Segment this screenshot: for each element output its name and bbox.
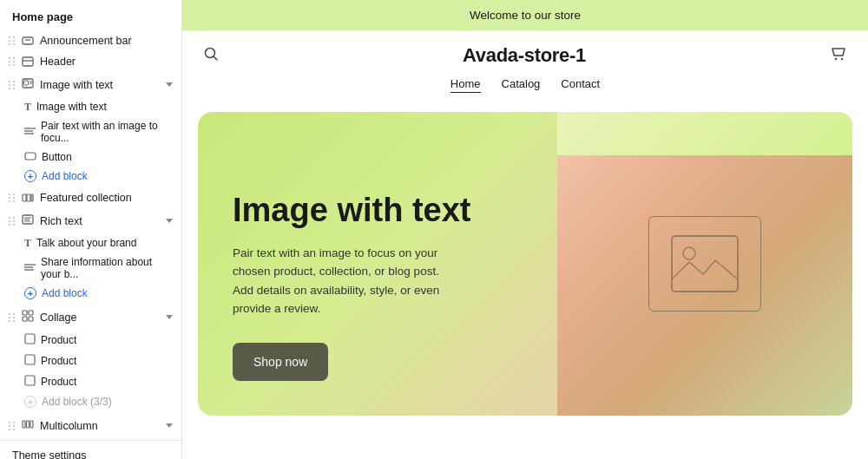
child-talk-brand[interactable]: T Talk about your brand	[0, 233, 181, 252]
drag-handle	[9, 81, 16, 89]
add-block-image-text[interactable]: + Add block	[0, 167, 181, 186]
group-rich-text-header[interactable]: Rich text	[0, 208, 181, 233]
child-product-3[interactable]: Product	[0, 371, 181, 392]
nav-home[interactable]: Home	[450, 77, 481, 93]
svg-rect-23	[29, 311, 33, 315]
svg-rect-31	[30, 421, 33, 428]
cart-icon[interactable]	[830, 45, 847, 67]
child-image-with-text[interactable]: T Image with text	[0, 97, 181, 116]
group-image-with-text: Image with text T Image with text Pair t…	[0, 72, 181, 186]
image-placeholder	[648, 216, 761, 311]
plus-circle-icon: +	[24, 170, 36, 182]
announcement-label: Announcement bar	[40, 35, 171, 47]
group-multicolumn-label: Multicolumn	[40, 420, 160, 432]
drag-handle	[9, 57, 16, 66]
theme-settings[interactable]: Theme settings	[0, 440, 181, 459]
sidebar: Home page Announcement bar Header Image …	[0, 0, 182, 459]
expand-icon	[166, 82, 173, 87]
search-icon[interactable]	[203, 46, 219, 65]
svg-point-34	[835, 57, 837, 59]
store-nav: Home Catalog Contact	[182, 74, 868, 103]
sidebar-title: Home page	[0, 0, 181, 30]
add-block-rich-text[interactable]: + Add block	[0, 284, 181, 303]
rich-text-icon	[22, 213, 34, 228]
featured-icon	[22, 192, 34, 204]
text-icon: T	[24, 102, 31, 112]
group-collage-label: Collage	[40, 311, 160, 324]
hero-description: Pair text with an image to focus on your…	[233, 244, 441, 318]
shop-now-button[interactable]: Shop now	[233, 343, 328, 381]
sidebar-item-announcement[interactable]: Announcement bar	[0, 30, 181, 51]
svg-rect-28	[25, 376, 35, 385]
child-image-with-text-label: Image with text	[36, 101, 107, 113]
corner-icon	[24, 375, 36, 389]
svg-point-37	[683, 247, 695, 259]
expand-icon	[166, 315, 173, 319]
drag-handle	[9, 313, 16, 322]
svg-rect-30	[27, 421, 30, 428]
group-multicolumn: Multicolumn	[0, 413, 181, 438]
child-product-1[interactable]: Product	[0, 330, 181, 351]
svg-line-33	[214, 57, 218, 61]
sidebar-item-header[interactable]: Header	[0, 51, 181, 72]
svg-rect-27	[25, 355, 35, 364]
child-button-label: Button	[42, 151, 72, 163]
expand-icon	[166, 219, 173, 223]
svg-rect-14	[31, 194, 33, 201]
hero-section: Image with text Pair text with an image …	[198, 112, 852, 416]
lines-icon	[24, 126, 36, 138]
store-frame: Welcome to our store Avada-store-1 Home …	[182, 0, 868, 459]
child-product-2[interactable]: Product	[0, 351, 181, 371]
svg-rect-12	[23, 194, 26, 201]
store-header: Avada-store-1	[182, 30, 868, 74]
drag-handle	[9, 193, 16, 202]
child-share-info[interactable]: Share information about your b...	[0, 252, 181, 284]
group-collage: Collage Product Product Product + Add bl…	[0, 305, 181, 411]
nav-catalog[interactable]: Catalog	[502, 77, 541, 93]
add-block-rich-text-label: Add block	[42, 287, 88, 299]
svg-rect-2	[23, 57, 33, 66]
child-share-info-label: Share information about your b...	[41, 256, 173, 280]
svg-rect-5	[24, 81, 29, 85]
collage-icon	[22, 310, 34, 325]
text-icon: T	[24, 238, 31, 248]
group-multicolumn-header[interactable]: Multicolumn	[0, 413, 181, 438]
group-collage-header[interactable]: Collage	[0, 305, 181, 330]
nav-contact[interactable]: Contact	[561, 77, 600, 93]
svg-rect-11	[25, 153, 36, 160]
hero-right	[557, 112, 852, 416]
store-name: Avada-store-1	[463, 44, 586, 67]
drag-handle	[9, 422, 16, 430]
sidebar-item-featured[interactable]: Featured collection	[0, 187, 181, 208]
hero-title: Image with text	[233, 192, 523, 230]
svg-rect-25	[29, 317, 33, 321]
drag-handle	[9, 217, 16, 226]
button-icon	[24, 151, 36, 163]
announcement-icon	[22, 35, 34, 47]
corner-icon	[24, 333, 36, 347]
header-label: Header	[40, 56, 171, 68]
child-button[interactable]: Button	[0, 148, 181, 167]
child-pair-text[interactable]: Pair text with an image to focu...	[0, 116, 181, 148]
group-image-with-text-label: Image with text	[40, 79, 160, 91]
child-product-1-label: Product	[41, 334, 76, 346]
svg-point-35	[841, 57, 843, 59]
group-rich-text: Rich text T Talk about your brand Share …	[0, 208, 181, 303]
svg-rect-29	[23, 421, 25, 428]
preview-area: Welcome to our store Avada-store-1 Home …	[182, 0, 868, 459]
svg-rect-22	[23, 311, 27, 315]
add-block-label: Add block	[42, 170, 88, 182]
announcement-bar: Welcome to our store	[182, 0, 868, 30]
svg-rect-26	[25, 334, 35, 344]
hero-left: Image with text Pair text with an image …	[198, 112, 557, 416]
svg-rect-24	[23, 317, 27, 321]
svg-rect-36	[672, 236, 738, 292]
header-icon	[22, 56, 34, 68]
child-product-2-label: Product	[41, 355, 76, 367]
plus-circle-icon-dimmed: +	[24, 396, 36, 408]
drag-handle	[9, 36, 16, 45]
lines-icon	[24, 262, 36, 274]
group-image-with-text-header[interactable]: Image with text	[0, 72, 181, 97]
child-talk-brand-label: Talk about your brand	[36, 237, 136, 249]
add-block-collage-label: Add block (3/3)	[42, 396, 112, 408]
